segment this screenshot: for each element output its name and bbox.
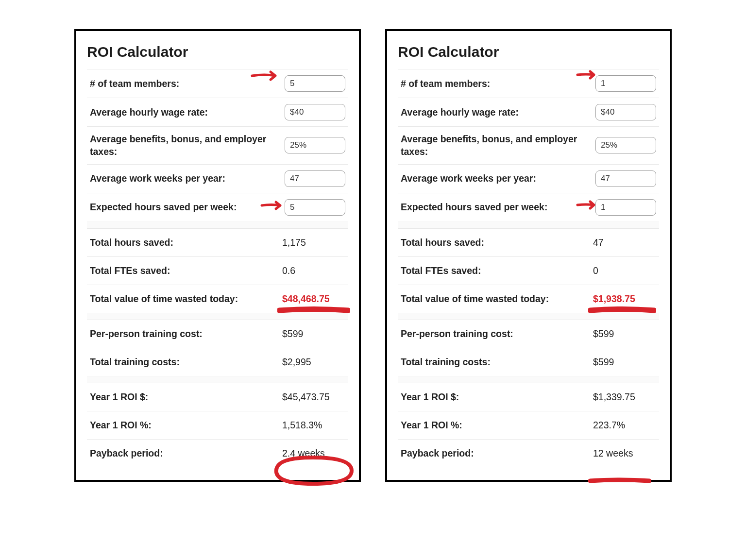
label-hours-saved: Expected hours saved per week: bbox=[90, 201, 275, 213]
row-weeks: Average work weeks per year: bbox=[87, 164, 348, 193]
label-roi-pct: Year 1 ROI %: bbox=[401, 419, 583, 431]
section-gap bbox=[87, 221, 348, 228]
row-payback: Payback period: 2.4 weeks bbox=[87, 439, 348, 467]
row-payback: Payback period: 12 weeks bbox=[398, 439, 659, 467]
label-weeks: Average work weeks per year: bbox=[401, 172, 586, 185]
value-wasted: $48,468.75 bbox=[282, 293, 345, 305]
input-hours-saved[interactable] bbox=[285, 199, 345, 216]
value-roi-pct: 223.7% bbox=[593, 420, 656, 431]
row-weeks: Average work weeks per year: bbox=[398, 164, 659, 193]
input-benefits[interactable] bbox=[595, 137, 656, 153]
input-wage[interactable] bbox=[595, 104, 656, 120]
row-ftes: Total FTEs saved: 0 bbox=[398, 256, 659, 285]
label-wasted: Total value of time wasted today: bbox=[401, 292, 583, 305]
value-per-person: $599 bbox=[593, 328, 656, 339]
row-total-training: Total training costs: $599 bbox=[398, 348, 659, 376]
label-total-training: Total training costs: bbox=[90, 356, 272, 368]
label-benefits: Average benefits, bonus, and employer ta… bbox=[90, 133, 275, 158]
row-roi-dollar: Year 1 ROI $: $45,473.75 bbox=[87, 383, 348, 411]
value-total-training: $2,995 bbox=[282, 356, 345, 368]
label-wage: Average hourly wage rate: bbox=[401, 106, 586, 119]
value-wasted: $1,938.75 bbox=[593, 293, 656, 305]
label-team-members: # of team members: bbox=[401, 77, 586, 90]
row-wasted: Total value of time wasted today: $1,938… bbox=[398, 285, 659, 313]
row-hours-saved: Expected hours saved per week: bbox=[398, 193, 659, 221]
row-roi-pct: Year 1 ROI %: 223.7% bbox=[398, 411, 659, 439]
label-total-hours: Total hours saved: bbox=[401, 236, 583, 249]
label-team-members: # of team members: bbox=[90, 77, 275, 90]
section-gap bbox=[398, 221, 659, 228]
row-ftes: Total FTEs saved: 0.6 bbox=[87, 256, 348, 285]
value-total-hours: 1,175 bbox=[282, 237, 345, 248]
section-gap bbox=[87, 376, 348, 383]
label-payback: Payback period: bbox=[90, 447, 272, 459]
panel-title: ROI Calculator bbox=[398, 44, 659, 60]
value-roi-dollar: $1,339.75 bbox=[593, 391, 656, 403]
row-team-members: # of team members: bbox=[87, 69, 348, 98]
label-weeks: Average work weeks per year: bbox=[90, 172, 275, 185]
panel-title: ROI Calculator bbox=[87, 44, 348, 60]
value-per-person: $599 bbox=[282, 328, 345, 339]
label-wasted: Total value of time wasted today: bbox=[90, 292, 272, 305]
row-total-hours: Total hours saved: 47 bbox=[398, 228, 659, 256]
label-per-person: Per-person training cost: bbox=[401, 327, 583, 340]
label-hours-saved: Expected hours saved per week: bbox=[401, 201, 586, 213]
value-payback: 2.4 weeks bbox=[282, 448, 345, 459]
value-ftes: 0 bbox=[593, 265, 656, 276]
row-benefits: Average benefits, bonus, and employer ta… bbox=[87, 126, 348, 164]
input-team-members[interactable] bbox=[595, 75, 656, 92]
row-wasted: Total value of time wasted today: $48,46… bbox=[87, 285, 348, 313]
input-wage[interactable] bbox=[285, 104, 345, 120]
row-benefits: Average benefits, bonus, and employer ta… bbox=[398, 126, 659, 164]
input-weeks[interactable] bbox=[285, 170, 345, 187]
roi-panel-left: ROI Calculator # of team members: Averag… bbox=[74, 29, 361, 482]
underline-annotation-icon bbox=[588, 477, 651, 487]
section-gap bbox=[398, 313, 659, 320]
label-wage: Average hourly wage rate: bbox=[90, 106, 275, 119]
section-gap bbox=[398, 376, 659, 383]
row-total-training: Total training costs: $2,995 bbox=[87, 348, 348, 376]
input-benefits[interactable] bbox=[285, 137, 345, 153]
value-roi-dollar: $45,473.75 bbox=[282, 391, 345, 403]
value-roi-pct: 1,518.3% bbox=[282, 420, 345, 431]
row-roi-pct: Year 1 ROI %: 1,518.3% bbox=[87, 411, 348, 439]
label-payback: Payback period: bbox=[401, 447, 583, 459]
label-roi-dollar: Year 1 ROI $: bbox=[90, 390, 272, 403]
row-total-hours: Total hours saved: 1,175 bbox=[87, 228, 348, 256]
row-hours-saved: Expected hours saved per week: bbox=[87, 193, 348, 221]
row-per-person: Per-person training cost: $599 bbox=[398, 320, 659, 348]
row-team-members: # of team members: bbox=[398, 69, 659, 98]
label-ftes: Total FTEs saved: bbox=[401, 264, 583, 277]
value-total-training: $599 bbox=[593, 356, 656, 368]
row-roi-dollar: Year 1 ROI $: $1,339.75 bbox=[398, 383, 659, 411]
roi-panel-right: ROI Calculator # of team members: Averag… bbox=[385, 29, 672, 482]
section-gap bbox=[87, 313, 348, 320]
value-total-hours: 47 bbox=[593, 237, 656, 248]
label-total-training: Total training costs: bbox=[401, 356, 583, 368]
label-ftes: Total FTEs saved: bbox=[90, 264, 272, 277]
value-payback: 12 weeks bbox=[593, 448, 656, 459]
label-roi-dollar: Year 1 ROI $: bbox=[401, 390, 583, 403]
input-team-members[interactable] bbox=[285, 75, 345, 92]
input-weeks[interactable] bbox=[595, 170, 656, 187]
label-per-person: Per-person training cost: bbox=[90, 327, 272, 340]
value-ftes: 0.6 bbox=[282, 265, 345, 276]
row-wage: Average hourly wage rate: bbox=[398, 98, 659, 126]
label-roi-pct: Year 1 ROI %: bbox=[90, 419, 272, 431]
label-benefits: Average benefits, bonus, and employer ta… bbox=[401, 133, 586, 158]
input-hours-saved[interactable] bbox=[595, 199, 656, 216]
row-per-person: Per-person training cost: $599 bbox=[87, 320, 348, 348]
label-total-hours: Total hours saved: bbox=[90, 236, 272, 249]
row-wage: Average hourly wage rate: bbox=[87, 98, 348, 126]
